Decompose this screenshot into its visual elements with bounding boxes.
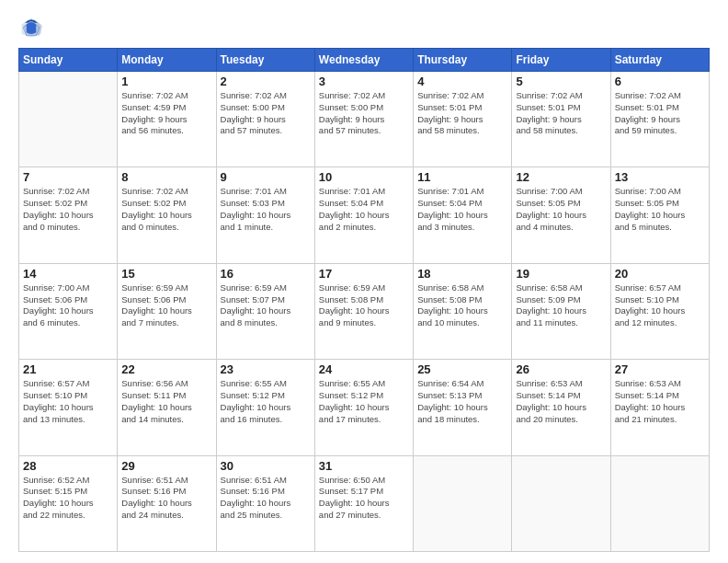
- calendar-cell: [512, 455, 610, 551]
- day-info: Sunrise: 6:53 AMSunset: 5:14 PMDaylight:…: [615, 378, 705, 425]
- day-number: 6: [615, 75, 705, 88]
- logo-icon: [18, 15, 44, 40]
- calendar-cell: 27Sunrise: 6:53 AMSunset: 5:14 PMDayligh…: [610, 360, 709, 455]
- day-number: 21: [23, 362, 113, 376]
- day-info: Sunrise: 7:02 AMSunset: 4:59 PMDaylight:…: [121, 90, 211, 137]
- day-number: 17: [319, 267, 409, 281]
- day-number: 2: [221, 75, 311, 88]
- day-info: Sunrise: 7:02 AMSunset: 5:00 PMDaylight:…: [221, 90, 311, 137]
- calendar-cell: 14Sunrise: 7:00 AMSunset: 5:06 PMDayligh…: [19, 263, 118, 359]
- calendar-cell: 8Sunrise: 7:02 AMSunset: 5:02 PMDaylight…: [118, 167, 216, 263]
- day-number: 31: [319, 459, 409, 473]
- day-number: 11: [417, 170, 507, 184]
- day-info: Sunrise: 6:55 AMSunset: 5:12 PMDaylight:…: [319, 378, 409, 425]
- day-info: Sunrise: 7:02 AMSunset: 5:01 PMDaylight:…: [615, 90, 705, 137]
- day-number: 12: [516, 170, 606, 184]
- weekday-header-thursday: Thursday: [414, 49, 512, 72]
- calendar-cell: 1Sunrise: 7:02 AMSunset: 4:59 PMDaylight…: [118, 72, 216, 167]
- calendar-cell: 29Sunrise: 6:51 AMSunset: 5:16 PMDayligh…: [118, 455, 216, 551]
- day-number: 27: [615, 362, 705, 376]
- day-info: Sunrise: 6:59 AMSunset: 5:08 PMDaylight:…: [319, 282, 409, 329]
- day-number: 4: [417, 75, 507, 88]
- day-number: 19: [516, 267, 606, 281]
- day-info: Sunrise: 6:56 AMSunset: 5:11 PMDaylight:…: [121, 378, 211, 425]
- calendar-cell: 7Sunrise: 7:02 AMSunset: 5:02 PMDaylight…: [19, 167, 118, 263]
- calendar-cell: 17Sunrise: 6:59 AMSunset: 5:08 PMDayligh…: [314, 263, 413, 359]
- calendar-cell: [19, 72, 118, 167]
- day-info: Sunrise: 7:01 AMSunset: 5:04 PMDaylight:…: [319, 186, 409, 233]
- calendar-cell: 22Sunrise: 6:56 AMSunset: 5:11 PMDayligh…: [118, 360, 216, 455]
- day-info: Sunrise: 6:58 AMSunset: 5:08 PMDaylight:…: [417, 282, 507, 329]
- calendar-cell: 19Sunrise: 6:58 AMSunset: 5:09 PMDayligh…: [512, 263, 610, 359]
- calendar-cell: 26Sunrise: 6:53 AMSunset: 5:14 PMDayligh…: [512, 360, 610, 455]
- calendar-cell: [610, 455, 709, 551]
- day-number: 20: [615, 267, 705, 281]
- calendar-week-row: 28Sunrise: 6:52 AMSunset: 5:15 PMDayligh…: [19, 455, 710, 551]
- calendar-cell: 5Sunrise: 7:02 AMSunset: 5:01 PMDaylight…: [512, 72, 610, 167]
- calendar-week-row: 21Sunrise: 6:57 AMSunset: 5:10 PMDayligh…: [19, 360, 710, 455]
- day-number: 13: [615, 170, 705, 184]
- day-info: Sunrise: 6:53 AMSunset: 5:14 PMDaylight:…: [516, 378, 606, 425]
- day-number: 24: [319, 362, 409, 376]
- day-number: 9: [221, 170, 311, 184]
- calendar-cell: 2Sunrise: 7:02 AMSunset: 5:00 PMDaylight…: [216, 72, 314, 167]
- day-number: 5: [516, 75, 606, 88]
- weekday-header-wednesday: Wednesday: [314, 49, 413, 72]
- day-info: Sunrise: 7:02 AMSunset: 5:01 PMDaylight:…: [417, 90, 507, 137]
- day-number: 25: [417, 362, 507, 376]
- calendar-cell: 10Sunrise: 7:01 AMSunset: 5:04 PMDayligh…: [314, 167, 413, 263]
- day-info: Sunrise: 7:00 AMSunset: 5:05 PMDaylight:…: [516, 186, 606, 233]
- day-info: Sunrise: 6:59 AMSunset: 5:07 PMDaylight:…: [221, 282, 311, 329]
- day-number: 10: [319, 170, 409, 184]
- day-info: Sunrise: 7:02 AMSunset: 5:02 PMDaylight:…: [23, 186, 113, 233]
- day-number: 18: [417, 267, 507, 281]
- calendar-cell: 12Sunrise: 7:00 AMSunset: 5:05 PMDayligh…: [512, 167, 610, 263]
- header: [18, 15, 710, 40]
- calendar-cell: 18Sunrise: 6:58 AMSunset: 5:08 PMDayligh…: [414, 263, 512, 359]
- calendar-cell: 6Sunrise: 7:02 AMSunset: 5:01 PMDaylight…: [610, 72, 709, 167]
- day-info: Sunrise: 7:01 AMSunset: 5:04 PMDaylight:…: [417, 186, 507, 233]
- day-info: Sunrise: 6:57 AMSunset: 5:10 PMDaylight:…: [615, 282, 705, 329]
- calendar-cell: [414, 455, 512, 551]
- calendar-cell: 20Sunrise: 6:57 AMSunset: 5:10 PMDayligh…: [610, 263, 709, 359]
- day-number: 16: [221, 267, 311, 281]
- logo: [18, 15, 48, 40]
- page: SundayMondayTuesdayWednesdayThursdayFrid…: [0, 0, 728, 563]
- day-number: 23: [221, 362, 311, 376]
- day-number: 8: [121, 170, 211, 184]
- day-number: 30: [221, 459, 311, 473]
- day-number: 7: [23, 170, 113, 184]
- day-info: Sunrise: 6:54 AMSunset: 5:13 PMDaylight:…: [417, 378, 507, 425]
- calendar-cell: 4Sunrise: 7:02 AMSunset: 5:01 PMDaylight…: [414, 72, 512, 167]
- day-number: 14: [23, 267, 113, 281]
- day-info: Sunrise: 6:59 AMSunset: 5:06 PMDaylight:…: [121, 282, 211, 329]
- day-info: Sunrise: 6:51 AMSunset: 5:16 PMDaylight:…: [221, 475, 311, 522]
- calendar-week-row: 14Sunrise: 7:00 AMSunset: 5:06 PMDayligh…: [19, 263, 710, 359]
- calendar-table: SundayMondayTuesdayWednesdayThursdayFrid…: [18, 48, 710, 552]
- calendar-cell: 3Sunrise: 7:02 AMSunset: 5:00 PMDaylight…: [314, 72, 413, 167]
- day-info: Sunrise: 6:58 AMSunset: 5:09 PMDaylight:…: [516, 282, 606, 329]
- calendar-week-row: 1Sunrise: 7:02 AMSunset: 4:59 PMDaylight…: [19, 72, 710, 167]
- day-number: 22: [121, 362, 211, 376]
- day-info: Sunrise: 6:51 AMSunset: 5:16 PMDaylight:…: [121, 475, 211, 522]
- calendar-cell: 13Sunrise: 7:00 AMSunset: 5:05 PMDayligh…: [610, 167, 709, 263]
- weekday-header-sunday: Sunday: [19, 49, 118, 72]
- day-number: 3: [319, 75, 409, 88]
- calendar-cell: 30Sunrise: 6:51 AMSunset: 5:16 PMDayligh…: [216, 455, 314, 551]
- day-info: Sunrise: 7:02 AMSunset: 5:00 PMDaylight:…: [319, 90, 409, 137]
- weekday-header-row: SundayMondayTuesdayWednesdayThursdayFrid…: [19, 49, 710, 72]
- day-number: 26: [516, 362, 606, 376]
- day-info: Sunrise: 7:02 AMSunset: 5:01 PMDaylight:…: [516, 90, 606, 137]
- weekday-header-saturday: Saturday: [610, 49, 709, 72]
- calendar-cell: 28Sunrise: 6:52 AMSunset: 5:15 PMDayligh…: [19, 455, 118, 551]
- day-number: 28: [23, 459, 113, 473]
- day-info: Sunrise: 7:02 AMSunset: 5:02 PMDaylight:…: [121, 186, 211, 233]
- day-info: Sunrise: 7:00 AMSunset: 5:06 PMDaylight:…: [23, 282, 113, 329]
- calendar-cell: 24Sunrise: 6:55 AMSunset: 5:12 PMDayligh…: [314, 360, 413, 455]
- calendar-cell: 9Sunrise: 7:01 AMSunset: 5:03 PMDaylight…: [216, 167, 314, 263]
- day-info: Sunrise: 7:00 AMSunset: 5:05 PMDaylight:…: [615, 186, 705, 233]
- calendar-cell: 11Sunrise: 7:01 AMSunset: 5:04 PMDayligh…: [414, 167, 512, 263]
- day-info: Sunrise: 7:01 AMSunset: 5:03 PMDaylight:…: [221, 186, 311, 233]
- calendar-cell: 16Sunrise: 6:59 AMSunset: 5:07 PMDayligh…: [216, 263, 314, 359]
- day-info: Sunrise: 6:57 AMSunset: 5:10 PMDaylight:…: [23, 378, 113, 425]
